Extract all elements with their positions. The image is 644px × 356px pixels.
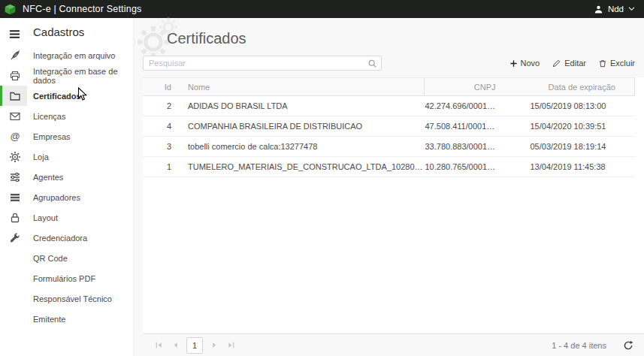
- delete-button[interactable]: Excluir: [598, 59, 635, 68]
- rows-icon[interactable]: [0, 187, 27, 207]
- wrench-icon[interactable]: [0, 228, 27, 248]
- table-row[interactable]: 4COMPANHIA BRASILEIRA DE DISTRIBUICAO47.…: [143, 116, 635, 137]
- sidebar-item-formularios-pdf[interactable]: Formulários PDF: [27, 268, 133, 288]
- user-icon: [594, 5, 603, 14]
- page-number[interactable]: 1: [186, 337, 203, 354]
- lock-icon[interactable]: [0, 207, 27, 228]
- cell-nome: TUMELERO_MATERIAIS_DE_CONSTRUCAO_LTDA_10…: [180, 157, 425, 177]
- cell-id: 4: [143, 116, 180, 137]
- page-title: Certificados: [167, 30, 644, 47]
- cell-expiracao: 15/04/2020 10:39:51: [530, 116, 635, 137]
- cell-expiracao: 15/05/2019 08:13:00: [530, 96, 635, 116]
- sidebar-item-emitente[interactable]: Emitente: [27, 309, 133, 329]
- sidebar-item-integracao-em-arquivo[interactable]: Integração em arquivo: [27, 45, 133, 65]
- icon-strip: @: [0, 18, 27, 356]
- cell-id: 2: [143, 96, 180, 116]
- certificates-table: IdNomeCNPJData de expiração 2ADIDAS DO B…: [143, 77, 635, 177]
- svg-text:@: @: [10, 131, 20, 142]
- at-icon[interactable]: @: [0, 126, 27, 146]
- cell-cnpj: 33.780.883/0001-59: [425, 137, 530, 157]
- sidebar-menu: Integração em arquivoIntegração em base …: [27, 45, 133, 329]
- first-page-button[interactable]: [150, 337, 167, 354]
- pagination-info: 1 - 4 de 4 itens: [552, 341, 606, 350]
- printer-icon[interactable]: [0, 65, 27, 86]
- cell-expiracao: 05/03/2019 18:19:14: [530, 137, 635, 157]
- sidebar-item-loja[interactable]: Loja: [27, 146, 133, 167]
- column-header-expiracao[interactable]: Data de expiração: [530, 78, 635, 96]
- cell-cnpj: 42.274.696/0001-94: [425, 96, 530, 116]
- sidebar-item-credenciadora[interactable]: Credenciadora: [27, 228, 133, 248]
- sidebar-item-layout[interactable]: Layout: [27, 207, 133, 228]
- cell-expiracao: 13/04/2019 11:45:38: [530, 157, 635, 177]
- certificates-grid: IdNomeCNPJData de expiração 2ADIDAS DO B…: [143, 77, 644, 333]
- pencil-icon: [552, 59, 561, 68]
- sidebar: Cadastros Integração em arquivoIntegraçã…: [27, 18, 134, 356]
- search-icon[interactable]: [367, 58, 377, 71]
- search-box: [143, 56, 382, 71]
- sidebar-item-certificados[interactable]: Certificados: [27, 86, 133, 106]
- sidebar-item-integracao-em-base-de-dados[interactable]: Integração em base de dados: [27, 65, 133, 86]
- topbar: NFC-e | Connector Settings Ndd: [0, 0, 644, 18]
- cell-nome: COMPANHIA BRASILEIRA DE DISTRIBUICAO: [180, 116, 425, 137]
- sidebar-header: Cadastros: [27, 24, 133, 45]
- cell-nome: tobelli comercio de calca:13277478: [180, 137, 425, 157]
- chevron-down-icon: [628, 7, 635, 11]
- hamburger-icon[interactable]: [0, 23, 27, 45]
- app-title: NFC-e | Connector Settings: [23, 4, 142, 14]
- sidebar-item-empresas[interactable]: Empresas: [27, 126, 133, 146]
- cell-id: 1: [143, 157, 180, 177]
- column-header-nome[interactable]: Nome: [180, 78, 425, 96]
- table-row[interactable]: 1TUMELERO_MATERIAIS_DE_CONSTRUCAO_LTDA_1…: [143, 157, 635, 177]
- cell-cnpj: 47.508.411/0001-56: [425, 116, 530, 137]
- user-name: Ndd: [608, 5, 624, 14]
- ndd-logo-icon: [4, 3, 17, 16]
- column-header-cnpj[interactable]: CNPJ: [425, 78, 530, 96]
- search-input[interactable]: [143, 56, 382, 71]
- table-row[interactable]: 3tobelli comercio de calca:1327747833.78…: [143, 137, 635, 157]
- refresh-icon[interactable]: [623, 340, 633, 351]
- app-window: NFC-e | Connector Settings Ndd @ Cadastr…: [0, 0, 644, 356]
- sidebar-item-responsavel-tecnico[interactable]: Responsável Técnico: [27, 288, 133, 309]
- sidebar-item-agrupadores[interactable]: Agrupadores: [27, 187, 133, 207]
- brush-icon[interactable]: [0, 45, 27, 65]
- toolbar: Novo Editar Excluir: [509, 59, 635, 68]
- main-content: Certificados Novo Editar: [134, 18, 644, 356]
- controls-row: Novo Editar Excluir: [143, 55, 635, 71]
- sidebar-item-licencas[interactable]: Licenças: [27, 106, 133, 126]
- envelope-icon[interactable]: [0, 106, 27, 126]
- pagination-bar: 1 1 - 4 de 4 itens: [143, 333, 644, 356]
- user-menu[interactable]: Ndd: [594, 5, 635, 14]
- folder-icon[interactable]: [0, 86, 27, 106]
- table-row[interactable]: 2ADIDAS DO BRASIL LTDA42.274.696/0001-94…: [143, 96, 635, 116]
- previous-page-button[interactable]: [167, 337, 183, 354]
- edit-button[interactable]: Editar: [552, 59, 586, 68]
- column-header-id[interactable]: Id: [143, 78, 180, 96]
- table-header-row: IdNomeCNPJData de expiração: [143, 78, 635, 96]
- new-button[interactable]: Novo: [509, 59, 540, 68]
- sidebar-item-qr-code[interactable]: QR Code: [27, 248, 133, 268]
- cell-nome: ADIDAS DO BRASIL LTDA: [180, 96, 425, 116]
- cell-id: 3: [143, 137, 180, 157]
- last-page-button[interactable]: [222, 337, 239, 354]
- sliders-icon[interactable]: [0, 167, 27, 187]
- sidebar-item-agentes[interactable]: Agentes: [27, 167, 133, 187]
- next-page-button[interactable]: [206, 337, 222, 354]
- gear-icon[interactable]: [0, 146, 27, 167]
- cell-cnpj: 10.280.765/0001-86: [425, 157, 530, 177]
- plus-icon: [509, 59, 518, 68]
- trash-icon: [598, 59, 607, 68]
